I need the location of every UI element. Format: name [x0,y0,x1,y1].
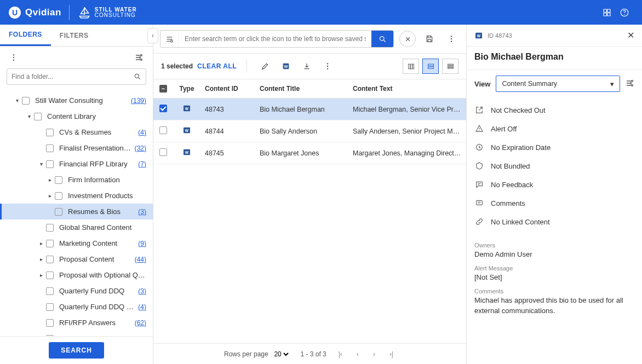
more-vertical-icon[interactable] [7,50,21,65]
row-checkbox[interactable] [159,126,167,134]
pager-first-icon[interactable]: |‹ [336,350,345,358]
chevron-icon[interactable]: ▾ [24,113,34,119]
col-content-id[interactable]: Content ID [200,79,255,99]
folder-checkbox[interactable] [46,287,54,295]
folder-checkbox[interactable] [46,256,54,263]
folder-search-box[interactable] [7,68,146,85]
folder-checkbox[interactable] [46,319,54,327]
folder-count[interactable]: (4) [138,303,146,311]
tree-row[interactable]: ▾Still Water Consulting(139) [0,93,153,108]
tree-row[interactable]: ▾Content Library [0,108,153,124]
folder-checkbox[interactable] [46,224,54,232]
view-columns-icon[interactable] [403,59,419,74]
tune-icon[interactable] [132,50,146,65]
tree-row[interactable]: RFI/RFP Answers(62) [0,315,153,331]
search-button[interactable]: SEARCH [49,342,104,359]
close-icon[interactable]: ✕ [627,30,634,41]
tree-row[interactable]: ▸Proposal with Optional Q&A Doc Type [0,267,153,283]
chevron-icon[interactable]: ▸ [36,240,46,246]
folder-count[interactable]: (3) [138,208,146,216]
details-item[interactable]: Not Bundled [474,157,634,175]
chevron-icon[interactable]: ▸ [45,193,55,199]
folder-checkbox[interactable] [46,271,54,279]
clear-all-button[interactable]: CLEAR ALL [197,62,237,70]
tune-icon[interactable] [626,79,634,89]
select-all-checkbox[interactable]: − [159,85,167,93]
table-row[interactable]: W48743Bio Michael BergmanMichael Bergman… [153,99,466,120]
pager-next-icon[interactable]: › [371,350,377,358]
pager-last-icon[interactable]: ›| [387,350,395,358]
col-content-text[interactable]: Content Text [348,79,466,99]
clear-search-icon[interactable] [399,31,416,47]
word-export-icon[interactable]: W [278,58,294,74]
tab-filters[interactable]: FILTERS [51,25,98,46]
details-item[interactable]: Alert Off [474,119,634,138]
folder-count[interactable]: (3) [138,287,146,295]
view-list-icon[interactable] [422,59,439,74]
grid-view-icon[interactable] [598,4,616,21]
saved-search-icon[interactable] [160,31,179,47]
details-item[interactable]: No Linked Content [474,212,634,231]
tree-row[interactable]: CVs & Resumes(4) [0,124,153,140]
folder-count[interactable]: (44) [135,256,146,263]
client-logo[interactable]: STILL WATER CONSULTING [77,5,137,20]
tree-row[interactable]: Finalist Presentation Slides(32) [0,140,153,156]
table-row[interactable]: W48745Bio Margaret JonesMargaret Jones, … [153,142,466,164]
folder-count[interactable]: (62) [135,319,146,327]
edit-icon[interactable] [257,58,273,74]
search-go-button[interactable] [371,31,393,47]
view-select[interactable]: Content Summary ▾ [496,76,620,92]
folder-count[interactable]: (139) [131,97,146,105]
col-type[interactable]: Type [173,79,200,99]
tree-row[interactable]: ▸Firm Information [0,172,153,188]
folder-checkbox[interactable] [22,97,30,105]
folder-checkbox[interactable] [34,113,42,120]
tree-row[interactable]: ▸Investment Products [0,188,153,204]
chevron-icon[interactable]: ▾ [36,161,46,167]
folder-search-input[interactable] [12,73,134,80]
folder-count[interactable]: (9) [138,240,146,247]
chevron-icon[interactable]: ▸ [45,177,55,183]
folder-checkbox[interactable] [46,145,54,152]
more-vertical-icon[interactable] [443,31,460,47]
tree-row[interactable]: ▸Proposal Content(44) [0,251,153,267]
col-content-title[interactable]: Content Title [255,79,348,99]
tree-row[interactable]: ▸Marketing Content(9) [0,235,153,251]
chevron-icon[interactable]: ▸ [36,272,46,278]
chevron-icon[interactable]: ▸ [36,256,46,262]
tree-row[interactable]: Quarterly Fund DDQ(3) [0,283,153,299]
folder-checkbox[interactable] [55,192,62,200]
table-row[interactable]: W48744Bio Sally AndersonSally Andersen, … [153,120,466,142]
tree-row[interactable]: Samples(5) [0,331,153,336]
chevron-icon[interactable]: ▾ [12,97,22,103]
tree-row[interactable]: Resumes & Bios(3) [0,204,153,219]
folder-count[interactable]: (4) [138,129,146,136]
more-vertical-icon[interactable] [319,58,336,74]
folder-checkbox[interactable] [46,129,54,136]
details-item[interactable]: No Expiration Date [474,138,634,157]
folder-checkbox[interactable] [46,160,54,168]
folder-count[interactable]: (32) [135,145,146,152]
folder-checkbox[interactable] [55,208,62,216]
content-search-input[interactable] [179,35,371,43]
tree-row[interactable]: Quarterly Fund DDQ Slides(4) [0,299,153,315]
row-checkbox[interactable] [159,105,167,112]
details-item[interactable]: Not Checked Out [474,101,634,119]
details-item[interactable]: No Feedback [474,175,634,194]
row-checkbox[interactable] [159,148,167,156]
tab-folders[interactable]: FOLDERS [0,25,51,46]
download-icon[interactable] [299,58,315,74]
pager-prev-icon[interactable]: ‹ [354,350,361,358]
folder-count[interactable]: (7) [138,160,146,168]
folder-checkbox[interactable] [46,240,54,247]
view-compact-icon[interactable] [442,59,458,74]
collapse-sidebar-button[interactable]: ‹ [147,28,158,43]
tree-row[interactable]: Global Shared Content [0,219,153,235]
details-item[interactable]: Comments [474,194,634,212]
folder-checkbox[interactable] [46,303,54,311]
tree-row[interactable]: ▾Financial RFP Library(7) [0,156,153,172]
rpp-select[interactable]: 20 [272,350,290,359]
app-logo[interactable]: U Qvidian [9,7,61,19]
help-icon[interactable] [616,4,633,21]
save-search-icon[interactable] [421,31,438,47]
